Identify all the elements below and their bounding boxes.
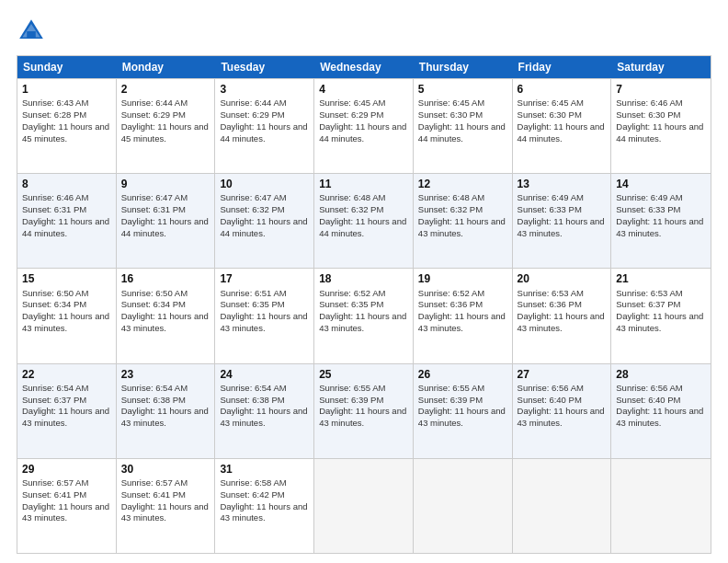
sunset-label: Sunset: 6:30 PM (518, 109, 582, 120)
header-wednesday: Wednesday (314, 56, 414, 78)
calendar-cell: 9Sunrise: 6:47 AMSunset: 6:31 PMDaylight… (117, 174, 216, 268)
daylight-label: Daylight: 11 hours and 44 minutes. (220, 121, 307, 144)
daylight-label: Daylight: 11 hours and 43 minutes. (220, 501, 307, 523)
header-saturday: Saturday (611, 56, 711, 78)
calendar-cell: 30Sunrise: 6:57 AMSunset: 6:41 PMDayligh… (117, 459, 216, 553)
daylight-label: Daylight: 11 hours and 43 minutes. (121, 501, 209, 523)
day-number: 29 (22, 462, 111, 477)
calendar-cell: 11Sunrise: 6:48 AMSunset: 6:32 PMDayligh… (314, 174, 414, 268)
sunrise-label: Sunrise: 6:54 AM (121, 383, 188, 393)
daylight-label: Daylight: 11 hours and 43 minutes. (319, 406, 406, 428)
day-number: 9 (121, 177, 210, 191)
sunset-label: Sunset: 6:42 PM (220, 489, 284, 500)
sunset-label: Sunset: 6:30 PM (616, 109, 680, 120)
sunrise-label: Sunrise: 6:57 AM (22, 477, 88, 488)
calendar-cell: 23Sunrise: 6:54 AMSunset: 6:38 PMDayligh… (117, 364, 216, 458)
day-number: 19 (418, 271, 507, 286)
day-number: 21 (616, 271, 706, 286)
sunset-label: Sunset: 6:30 PM (418, 109, 483, 120)
daylight-label: Daylight: 11 hours and 43 minutes. (22, 311, 109, 333)
calendar-cell: 13Sunrise: 6:49 AMSunset: 6:33 PMDayligh… (513, 174, 612, 268)
calendar-cell: 5Sunrise: 6:45 AMSunset: 6:30 PMDaylight… (414, 79, 513, 173)
daylight-label: Daylight: 11 hours and 43 minutes. (418, 406, 506, 428)
day-number: 1 (22, 82, 111, 97)
calendar-cell: 14Sunrise: 6:49 AMSunset: 6:33 PMDayligh… (611, 174, 711, 268)
day-number: 12 (418, 177, 507, 191)
daylight-label: Daylight: 11 hours and 43 minutes. (518, 406, 605, 428)
day-number: 24 (220, 367, 309, 382)
day-number: 15 (22, 271, 111, 286)
sunrise-label: Sunrise: 6:49 AM (518, 192, 584, 202)
sunrise-label: Sunrise: 6:48 AM (319, 192, 385, 202)
day-number: 4 (319, 82, 408, 97)
calendar-cell: 6Sunrise: 6:45 AMSunset: 6:30 PMDaylight… (513, 79, 612, 173)
sunset-label: Sunset: 6:32 PM (319, 204, 383, 214)
sunrise-label: Sunrise: 6:45 AM (518, 98, 584, 108)
calendar-cell: 22Sunrise: 6:54 AMSunset: 6:37 PMDayligh… (17, 364, 117, 458)
sunrise-label: Sunrise: 6:46 AM (616, 98, 682, 108)
day-number: 23 (121, 367, 210, 382)
daylight-label: Daylight: 11 hours and 45 minutes. (22, 121, 109, 144)
calendar-row-2: 8Sunrise: 6:46 AMSunset: 6:31 PMDaylight… (17, 173, 711, 268)
sunset-label: Sunset: 6:32 PM (220, 204, 284, 214)
day-number: 3 (220, 82, 309, 97)
header-thursday: Thursday (414, 56, 513, 78)
day-number: 6 (518, 82, 607, 97)
day-number: 8 (22, 177, 111, 191)
sunrise-label: Sunrise: 6:58 AM (220, 477, 286, 488)
calendar-row-3: 15Sunrise: 6:50 AMSunset: 6:34 PMDayligh… (17, 268, 711, 362)
daylight-label: Daylight: 11 hours and 43 minutes. (319, 311, 406, 333)
daylight-label: Daylight: 11 hours and 43 minutes. (220, 311, 307, 333)
calendar-cell: 2Sunrise: 6:44 AMSunset: 6:29 PMDaylight… (117, 79, 216, 173)
day-number: 22 (22, 367, 111, 382)
calendar-cell: 3Sunrise: 6:44 AMSunset: 6:29 PMDaylight… (215, 79, 314, 173)
sunrise-label: Sunrise: 6:56 AM (518, 383, 584, 393)
header-tuesday: Tuesday (215, 56, 314, 78)
sunset-label: Sunset: 6:28 PM (22, 109, 86, 120)
daylight-label: Daylight: 11 hours and 43 minutes. (518, 216, 605, 238)
calendar-row-5: 29Sunrise: 6:57 AMSunset: 6:41 PMDayligh… (17, 458, 711, 553)
daylight-label: Daylight: 11 hours and 44 minutes. (319, 121, 406, 144)
calendar-cell: 25Sunrise: 6:55 AMSunset: 6:39 PMDayligh… (314, 364, 414, 458)
sunrise-label: Sunrise: 6:44 AM (121, 98, 188, 108)
sunset-label: Sunset: 6:35 PM (220, 299, 284, 309)
sunrise-label: Sunrise: 6:57 AM (121, 477, 188, 488)
daylight-label: Daylight: 11 hours and 43 minutes. (518, 311, 605, 333)
sunrise-label: Sunrise: 6:54 AM (220, 383, 286, 393)
sunset-label: Sunset: 6:41 PM (121, 489, 186, 500)
day-number: 16 (121, 271, 210, 286)
calendar-cell: 28Sunrise: 6:56 AMSunset: 6:40 PMDayligh… (611, 364, 711, 458)
page: Sunday Monday Tuesday Wednesday Thursday… (0, 0, 728, 563)
header-monday: Monday (117, 56, 216, 78)
sunset-label: Sunset: 6:34 PM (121, 299, 186, 309)
daylight-label: Daylight: 11 hours and 43 minutes. (616, 406, 703, 428)
sunrise-label: Sunrise: 6:50 AM (22, 288, 88, 298)
day-number: 18 (319, 271, 408, 286)
daylight-label: Daylight: 11 hours and 43 minutes. (418, 311, 506, 333)
sunrise-label: Sunrise: 6:51 AM (220, 288, 286, 298)
sunset-label: Sunset: 6:37 PM (22, 395, 86, 405)
day-number: 10 (220, 177, 309, 191)
calendar-cell (611, 459, 711, 553)
sunrise-label: Sunrise: 6:49 AM (616, 192, 682, 202)
calendar-cell (414, 459, 513, 553)
sunset-label: Sunset: 6:38 PM (121, 395, 186, 405)
logo-icon (17, 17, 46, 46)
day-number: 28 (616, 367, 706, 382)
header-friday: Friday (513, 56, 612, 78)
calendar-cell (513, 459, 612, 553)
sunrise-label: Sunrise: 6:55 AM (418, 383, 484, 393)
header-sunday: Sunday (17, 56, 117, 78)
calendar-body: 1Sunrise: 6:43 AMSunset: 6:28 PMDaylight… (17, 78, 711, 553)
daylight-label: Daylight: 11 hours and 44 minutes. (418, 121, 506, 144)
calendar-cell: 18Sunrise: 6:52 AMSunset: 6:35 PMDayligh… (314, 269, 414, 362)
calendar-cell (314, 459, 414, 553)
sunrise-label: Sunrise: 6:45 AM (319, 98, 385, 108)
daylight-label: Daylight: 11 hours and 44 minutes. (518, 121, 605, 144)
calendar-cell: 21Sunrise: 6:53 AMSunset: 6:37 PMDayligh… (611, 269, 711, 362)
calendar-row-4: 22Sunrise: 6:54 AMSunset: 6:37 PMDayligh… (17, 363, 711, 458)
sunset-label: Sunset: 6:29 PM (121, 109, 186, 120)
day-number: 26 (418, 367, 507, 382)
sunrise-label: Sunrise: 6:53 AM (616, 288, 682, 298)
daylight-label: Daylight: 11 hours and 44 minutes. (319, 216, 406, 238)
